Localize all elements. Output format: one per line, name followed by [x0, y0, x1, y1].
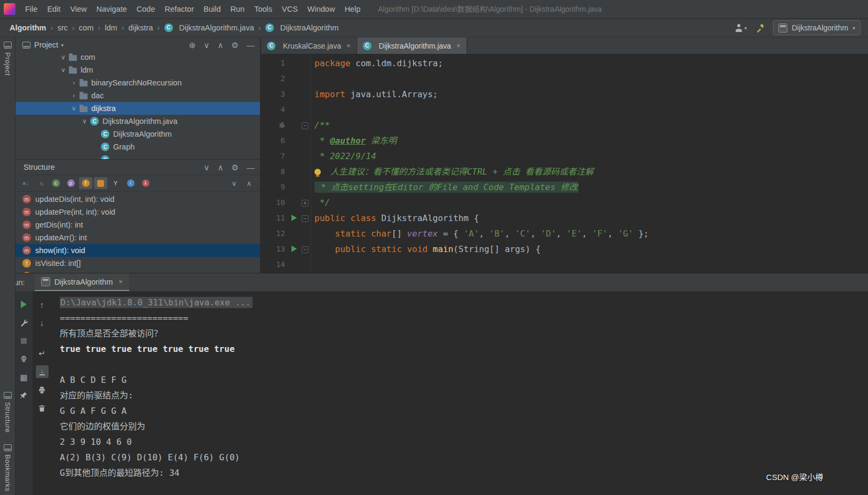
- menu-window[interactable]: Window: [303, 0, 340, 18]
- menu-vcs[interactable]: VCS: [277, 0, 303, 18]
- structure-item[interactable]: mshow(int): void: [15, 244, 260, 257]
- settings-gear-icon[interactable]: ⚙: [232, 41, 239, 49]
- expand-all-icon[interactable]: ∨: [204, 163, 210, 171]
- chevron-right-icon[interactable]: ›: [68, 79, 80, 87]
- settings-gear-icon[interactable]: ⚙: [232, 163, 239, 171]
- show-non-public-icon[interactable]: [94, 177, 107, 189]
- stripe-project-button[interactable]: Project: [4, 52, 12, 76]
- chevron-down-icon[interactable]: ∨: [58, 53, 69, 61]
- menu-tools[interactable]: Tools: [249, 0, 277, 18]
- filter-icon[interactable]: Y: [109, 177, 122, 189]
- stripe-bookmarks-button[interactable]: Bookmarks: [4, 444, 12, 492]
- breadcrumb-item[interactable]: com: [79, 23, 93, 32]
- tree-item[interactable]: ∨dijkstra: [15, 102, 260, 115]
- code-line[interactable]: 10∧ */: [261, 195, 868, 210]
- fold-marker-icon[interactable]: −: [302, 122, 309, 129]
- collapse-all-icon[interactable]: ∧: [218, 163, 224, 171]
- menu-view[interactable]: View: [65, 0, 91, 18]
- breadcrumb-item[interactable]: dijkstra: [129, 23, 153, 32]
- run-line-icon[interactable]: [291, 246, 297, 252]
- kill-process-button[interactable]: [18, 352, 30, 365]
- next-occurrence-button[interactable]: ↓: [36, 316, 49, 329]
- chevron-down-icon[interactable]: ∨: [58, 66, 69, 74]
- menu-navigate[interactable]: Navigate: [92, 0, 132, 18]
- hide-panel-icon[interactable]: —: [247, 41, 255, 49]
- breadcrumb-item[interactable]: Algorithm: [10, 23, 46, 32]
- pin-tab-button[interactable]: [18, 389, 30, 402]
- code-line[interactable]: 6 * @author 梁东明: [261, 133, 868, 148]
- breadcrumb-item[interactable]: src: [57, 23, 67, 32]
- chevron-right-icon[interactable]: ›: [68, 92, 80, 99]
- intention-bulb-icon[interactable]: [314, 169, 321, 175]
- structure-item[interactable]: fisVisited: int[]: [15, 257, 260, 270]
- show-classes-icon[interactable]: c: [49, 177, 62, 189]
- tree-item[interactable]: ›binarySearchNoRecursion: [15, 76, 260, 89]
- code-line[interactable]: 2: [261, 71, 868, 87]
- soft-wrap-button[interactable]: ↵: [36, 347, 49, 360]
- stop-button[interactable]: [18, 334, 30, 347]
- expand-all-icon[interactable]: ∨: [204, 41, 210, 49]
- code-line[interactable]: 8 人生建议：看不懂的方法或者类记得CTRL + 点击 看看源码或者注解: [261, 164, 868, 179]
- code-line[interactable]: 7 * 2022/9/14: [261, 148, 868, 164]
- clear-console-button[interactable]: [36, 402, 49, 414]
- structure-item[interactable]: mupdateDis(int, int): void: [15, 193, 260, 206]
- restore-layout-button[interactable]: ▦: [18, 371, 30, 383]
- console-output[interactable]: D:\Java\jdk1.8.0_311\bin\java.exe ...===…: [51, 292, 868, 495]
- menu-edit[interactable]: Edit: [42, 0, 65, 18]
- run-line-icon[interactable]: [291, 215, 297, 221]
- close-icon[interactable]: ×: [456, 42, 461, 50]
- sort-alphabetically-icon[interactable]: a↓: [19, 177, 33, 189]
- rerun-button[interactable]: [18, 298, 30, 311]
- show-properties-icon[interactable]: p: [64, 177, 77, 189]
- tree-item[interactable]: ∨com: [15, 51, 260, 64]
- editor-tab[interactable]: CKruskalCase.java×: [261, 37, 357, 54]
- chevron-down-icon[interactable]: ▾: [61, 42, 64, 48]
- stripe-structure-button[interactable]: Structure: [4, 392, 12, 433]
- code-with-me-button[interactable]: ▾: [735, 24, 747, 32]
- prev-occurrence-button[interactable]: ↑: [36, 298, 49, 311]
- breadcrumb-item[interactable]: CDijkstraAlgorithm.java: [164, 23, 254, 32]
- show-lambdas-icon[interactable]: λ: [139, 177, 152, 189]
- tree-item[interactable]: CDijkstraAlgorithm: [15, 128, 260, 140]
- tree-item[interactable]: ∨ldm: [15, 64, 260, 76]
- code-line[interactable]: 9 * 点击setting在Editor 的File and Code Temp…: [261, 179, 868, 195]
- menu-run[interactable]: Run: [226, 0, 250, 18]
- breadcrumb-item[interactable]: ldm: [105, 23, 117, 32]
- run-config-selector[interactable]: DijkstraAlgorithm ▾: [773, 20, 861, 35]
- code-line[interactable]: 3import java.util.Arrays;: [261, 87, 868, 102]
- expand-all-icon[interactable]: ∨: [227, 177, 241, 189]
- menu-file[interactable]: File: [20, 0, 42, 18]
- tree-item[interactable]: C: [15, 153, 260, 159]
- editor-tab[interactable]: CDijkstraAlgorithm.java×: [357, 37, 467, 54]
- tree-item[interactable]: CGraph: [15, 140, 260, 153]
- structure-item[interactable]: mupdatePre(int, int): void: [15, 206, 260, 218]
- code-line[interactable]: 13− public static void main(String[] arg…: [261, 241, 868, 257]
- code-line[interactable]: 11−public class DijkstraAlgorithm {: [261, 210, 868, 226]
- code-area[interactable]: 1package com.ldm.dijkstra;23import java.…: [261, 54, 868, 273]
- chevron-down-icon[interactable]: ∨: [68, 105, 80, 112]
- hide-panel-icon[interactable]: —: [247, 163, 255, 171]
- build-settings-button[interactable]: [18, 316, 30, 329]
- structure-item[interactable]: mupdateArr(): int: [15, 231, 260, 244]
- show-inherited-icon[interactable]: i: [124, 177, 137, 189]
- structure-item[interactable]: mgetDis(int): int: [15, 218, 260, 231]
- sort-by-visibility-icon[interactable]: ↑↓: [34, 177, 48, 189]
- tree-item[interactable]: ›dac: [15, 89, 260, 102]
- close-icon[interactable]: ×: [119, 278, 123, 286]
- collapse-all-icon[interactable]: ∧: [218, 41, 224, 49]
- code-line[interactable]: 4: [261, 102, 868, 117]
- menu-code[interactable]: Code: [132, 0, 160, 18]
- menu-help[interactable]: Help: [340, 0, 365, 18]
- code-line[interactable]: 1package com.ldm.dijkstra;: [261, 56, 868, 71]
- menu-build[interactable]: Build: [199, 0, 225, 18]
- menu-refactor[interactable]: Refactor: [160, 0, 199, 18]
- code-line[interactable]: ≡5−/**: [261, 117, 868, 133]
- close-icon[interactable]: ×: [346, 42, 351, 50]
- print-button[interactable]: [36, 383, 49, 396]
- tree-item[interactable]: ∨CDijkstraAlgorithm.java: [15, 115, 260, 128]
- chevron-down-icon[interactable]: ∨: [79, 117, 90, 125]
- code-line[interactable]: 12 static char[] vertex = { 'A', 'B', 'C…: [261, 226, 868, 241]
- code-line[interactable]: 14: [261, 257, 868, 272]
- run-tab[interactable]: DijkstraAlgorithm ×: [35, 273, 129, 291]
- fold-marker-icon[interactable]: −: [302, 246, 309, 253]
